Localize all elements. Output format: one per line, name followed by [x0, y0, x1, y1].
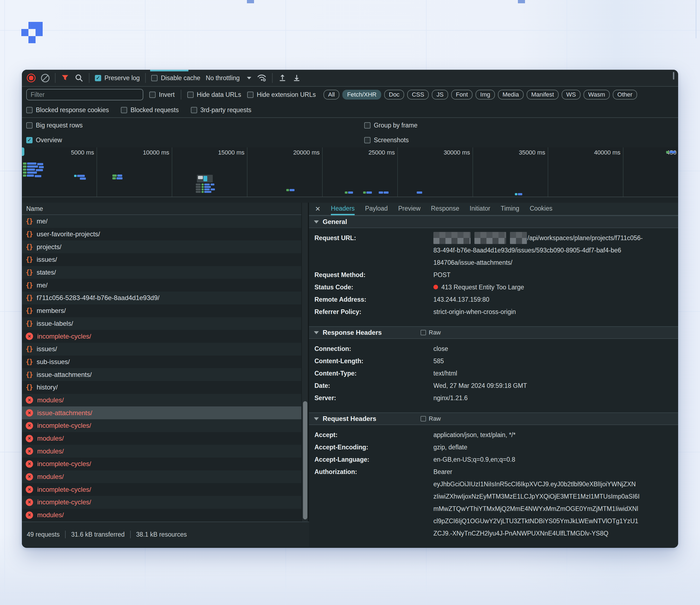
response-headers-raw-option[interactable]: Raw: [421, 329, 441, 336]
resource-type-pill[interactable]: Other: [613, 90, 637, 100]
blocked-response-cookies-option[interactable]: Blocked response cookies: [26, 106, 109, 114]
third-party-requests-checkbox[interactable]: [191, 107, 197, 113]
request-row[interactable]: {} ✕ modules/: [22, 509, 301, 522]
request-row[interactable]: {} ✕ history/: [22, 381, 301, 394]
hide-extension-urls-checkbox[interactable]: [247, 92, 253, 98]
request-row[interactable]: {} ✕ modules/: [22, 432, 301, 445]
resource-type-pill[interactable]: Doc: [384, 90, 404, 100]
response-raw-checkbox[interactable]: [421, 330, 426, 335]
details-tab[interactable]: Cookies: [530, 203, 552, 215]
request-row[interactable]: {} ✕ modules/: [22, 394, 301, 407]
request-row[interactable]: {} ✕ f711c056-5283-494f-b76e-8aad4d1e93d…: [22, 292, 301, 305]
request-name: issues/: [36, 345, 57, 353]
record-network-log-button[interactable]: [27, 74, 35, 82]
details-tab[interactable]: Response: [431, 203, 459, 215]
request-row[interactable]: {} ✕ modules/: [22, 445, 301, 458]
group-by-frame-option[interactable]: Group by frame: [364, 122, 418, 129]
big-request-rows-option[interactable]: Big request rows: [26, 122, 82, 129]
group-by-frame-checkbox[interactable]: [364, 122, 371, 128]
request-headers-raw-option[interactable]: Raw: [421, 415, 441, 422]
filter-icon[interactable]: [61, 74, 69, 82]
request-row[interactable]: {} ✕ me/: [22, 215, 301, 228]
network-conditions-icon[interactable]: [257, 74, 267, 82]
request-name: f711c056-5283-494f-b76e-8aad4d1e93d9/: [36, 294, 159, 302]
screenshots-option[interactable]: Screenshots: [364, 137, 409, 144]
request-row[interactable]: {} ✕ issue-attachments/: [22, 407, 301, 419]
general-section-header[interactable]: General: [309, 216, 678, 228]
resource-type-pill[interactable]: All: [323, 90, 339, 100]
request-row[interactable]: {} ✕ modules/: [22, 470, 301, 483]
third-party-requests-option[interactable]: 3rd-party requests: [191, 106, 252, 114]
details-tab[interactable]: Preview: [398, 203, 421, 215]
resource-type-pill[interactable]: Img: [476, 90, 495, 100]
request-row[interactable]: {} ✕ incomplete-cycles/: [22, 483, 301, 496]
clear-network-log-button[interactable]: [41, 74, 49, 82]
search-icon[interactable]: [75, 74, 83, 82]
request-row[interactable]: {} ✕ user-favorite-projects/: [22, 228, 301, 241]
hide-data-urls-option[interactable]: Hide data URLs: [187, 91, 241, 98]
request-headers-section-header[interactable]: Request Headers Raw: [309, 412, 678, 425]
request-row[interactable]: {} ✕ incomplete-cycles/: [22, 419, 301, 432]
resource-type-pill[interactable]: WS: [561, 90, 580, 100]
resource-type-pill[interactable]: Wasm: [583, 90, 610, 100]
request-row[interactable]: {} ✕ sub-issues/: [22, 356, 301, 368]
redacted-host-block: [474, 232, 506, 244]
request-row[interactable]: {} ✕ me/: [22, 279, 301, 292]
resource-type-pill[interactable]: JS: [432, 90, 448, 100]
throttling-value: No throttling: [206, 74, 240, 82]
overview-checkbox[interactable]: ✓: [26, 137, 32, 143]
error-icon: ✕: [26, 409, 33, 416]
screenshots-checkbox[interactable]: [364, 137, 371, 143]
resource-type-pill[interactable]: Manifest: [527, 90, 559, 100]
invert-option[interactable]: Invert: [149, 91, 175, 98]
resource-type-pill[interactable]: Fetch/XHR: [342, 90, 381, 100]
scrollbar-thumb[interactable]: [303, 401, 307, 519]
details-tab[interactable]: Payload: [365, 203, 388, 215]
request-row[interactable]: {} ✕ incomplete-cycles/: [22, 496, 301, 509]
response-header-key: Content-Type:: [315, 367, 433, 380]
details-tab[interactable]: Headers: [331, 203, 355, 215]
blocked-requests-option[interactable]: Blocked requests: [121, 106, 179, 114]
disable-cache-option[interactable]: Disable cache: [151, 74, 200, 82]
details-tab[interactable]: Timing: [501, 203, 519, 215]
invert-checkbox[interactable]: [149, 92, 156, 98]
request-name: modules/: [37, 435, 64, 442]
hide-data-urls-checkbox[interactable]: [187, 92, 194, 98]
request-row[interactable]: {} ✕ issue-attachments/: [22, 368, 301, 381]
hide-extension-urls-option[interactable]: Hide extension URLs: [247, 91, 316, 98]
request-row[interactable]: {} ✕ issues/: [22, 253, 301, 266]
import-har-icon[interactable]: [278, 74, 287, 82]
request-raw-checkbox[interactable]: [421, 416, 426, 421]
blocked-requests-checkbox[interactable]: [121, 107, 127, 113]
overview-drag-handle[interactable]: [22, 147, 24, 156]
request-row[interactable]: {} ✕ projects/: [22, 240, 301, 253]
name-column-header[interactable]: Name: [22, 203, 301, 215]
scrollbar-thumb[interactable]: [673, 72, 674, 79]
resource-type-pill[interactable]: Font: [451, 90, 473, 100]
export-har-icon[interactable]: [292, 74, 301, 82]
request-row[interactable]: {} ✕ issue-labels/: [22, 317, 301, 330]
request-row[interactable]: {} ✕ incomplete-cycles/: [22, 330, 301, 343]
big-request-rows-checkbox[interactable]: [26, 122, 32, 128]
blocked-response-cookies-checkbox[interactable]: [26, 107, 32, 113]
resource-type-pill[interactable]: CSS: [407, 90, 429, 100]
throttling-dropdown[interactable]: No throttling: [206, 74, 251, 82]
request-row[interactable]: {} ✕ issues/: [22, 343, 301, 356]
request-row[interactable]: {} ✕ incomplete-cycles/: [22, 458, 301, 470]
network-overview-timeline[interactable]: 5000 ms 10000 ms 15000 ms 20000 ms 25000…: [22, 147, 678, 197]
preserve-log-checkbox[interactable]: ✓: [95, 75, 101, 81]
preserve-log-option[interactable]: ✓ Preserve log: [95, 74, 140, 82]
overview-option[interactable]: ✓ Overview: [26, 137, 62, 144]
request-row[interactable]: {} ✕ members/: [22, 305, 301, 317]
resource-type-pill[interactable]: Media: [498, 90, 524, 100]
disable-cache-checkbox[interactable]: [151, 75, 157, 81]
response-headers-section-header[interactable]: Response Headers Raw: [309, 326, 678, 339]
close-icon[interactable]: ✕: [315, 205, 321, 213]
request-row[interactable]: {} ✕ states/: [22, 266, 301, 279]
request-list-scrollbar[interactable]: [301, 203, 308, 522]
authorization-key: Authorization:: [315, 466, 433, 478]
filter-input[interactable]: [26, 89, 143, 100]
overview-request-bar: [669, 151, 675, 153]
response-headers-body: Connection: close Content-Length: 585 Co…: [309, 339, 678, 412]
details-tab[interactable]: Initiator: [470, 203, 490, 215]
